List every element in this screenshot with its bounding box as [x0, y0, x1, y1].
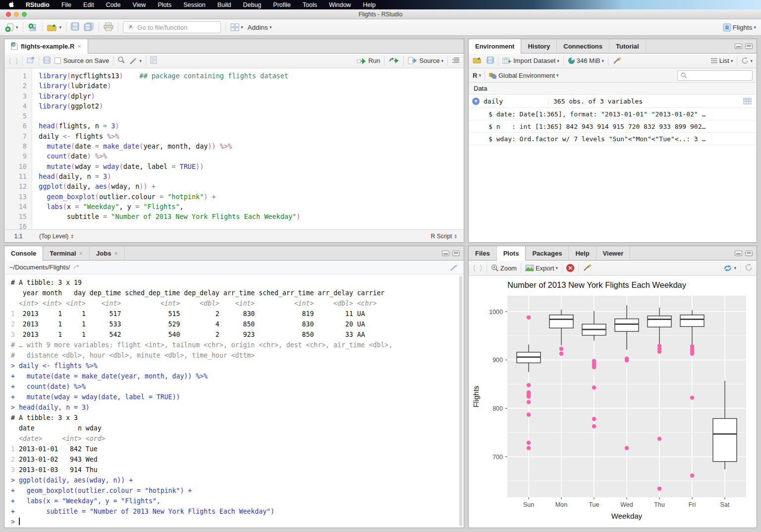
menu-item-tools[interactable]: Tools — [303, 1, 317, 8]
maximize-pane-icon[interactable] — [745, 251, 753, 256]
r-language-selector[interactable]: R ▾ — [473, 72, 481, 79]
source-dropdown-icon[interactable]: ▾ — [441, 58, 443, 63]
menu-item-window[interactable]: Window — [329, 1, 351, 8]
outlier-point — [527, 400, 531, 404]
console-output[interactable]: # A tibble: 3 x 19 year month day dep_ti… — [4, 274, 458, 528]
source-button[interactable]: Source ▾ — [408, 57, 443, 64]
tab-help[interactable]: Help — [569, 246, 596, 260]
apple-menu-icon[interactable] — [8, 1, 14, 8]
zoom-plot-button[interactable]: Zoom — [491, 264, 517, 272]
open-file-button[interactable]: ▾ — [47, 23, 62, 32]
export-dropdown-icon: ▾ — [556, 266, 558, 270]
object-row-daily[interactable]: ▼ daily 365 obs. of 3 variables — [469, 95, 757, 108]
maximize-pane-icon[interactable] — [452, 251, 460, 256]
popout-icon[interactable] — [27, 56, 35, 65]
find-replace-icon[interactable] — [117, 56, 125, 65]
menu-item-plots[interactable]: Plots — [158, 1, 171, 8]
scope-selector[interactable]: (Top Level) ⇕ — [32, 233, 74, 240]
source-on-save-checkbox[interactable] — [54, 57, 61, 64]
expand-object-icon[interactable]: ▼ — [472, 98, 480, 105]
environment-search[interactable] — [677, 70, 753, 81]
previous-plot-icon[interactable]: ⟨ — [473, 264, 476, 272]
environment-toolbar: Import Dataset ▾ 346 MiB ▾ List ▾ ▾ — [469, 53, 757, 68]
tab-viewer[interactable]: Viewer — [597, 246, 631, 260]
clear-all-plots-icon[interactable] — [583, 263, 592, 273]
save-file-icon[interactable] — [43, 56, 51, 65]
minimize-pane-icon[interactable] — [735, 251, 742, 256]
compile-report-icon[interactable] — [150, 56, 157, 65]
tab-files[interactable]: Files — [469, 246, 497, 260]
menu-item-help[interactable]: Help — [363, 1, 376, 8]
source-on-save-toggle[interactable]: Source on Save — [54, 57, 109, 64]
save-workspace-icon[interactable] — [487, 56, 494, 65]
rerun-icon[interactable] — [388, 56, 399, 65]
list-view-button[interactable]: List ▾ — [710, 57, 733, 64]
new-file-button[interactable]: ▾ — [5, 23, 18, 32]
clear-console-icon[interactable] — [450, 264, 459, 271]
tab-flights-example[interactable]: R flights-example.R × — [4, 39, 88, 53]
refresh-plot-icon[interactable] — [745, 264, 753, 273]
console-line: 1 2013 1 1 517 515 2 830 819 11 UA — [11, 309, 458, 319]
menu-item-code[interactable]: Code — [106, 1, 121, 8]
file-type-selector[interactable]: R Script ⇕ — [431, 233, 464, 240]
environment-search-input[interactable] — [689, 72, 748, 79]
goto-file-input[interactable] — [137, 24, 212, 31]
tab-jobs[interactable]: Jobs× — [90, 246, 125, 260]
remove-plot-button[interactable]: ✕ — [566, 264, 574, 272]
close-tab-icon[interactable]: × — [114, 250, 118, 257]
import-dataset-button[interactable]: Import Dataset ▾ — [502, 57, 559, 64]
print-button[interactable] — [104, 22, 113, 33]
menu-item-view[interactable]: View — [133, 1, 146, 8]
console-scrollbar[interactable] — [458, 275, 463, 527]
menu-item-build[interactable]: Build — [217, 1, 231, 8]
open-file-dropdown-icon[interactable]: ▾ — [59, 25, 62, 30]
publish-button[interactable]: ▾ — [723, 265, 736, 272]
memory-usage-button[interactable]: 346 MiB ▾ — [568, 57, 604, 64]
code-editor[interactable]: 12345678910111213141516 library(nycfligh… — [4, 68, 464, 229]
export-plot-button[interactable]: Export ▾ — [525, 265, 558, 272]
run-button[interactable]: Run — [357, 57, 380, 64]
tab-history[interactable]: History — [521, 39, 557, 53]
console-line: + subtitle = "Number of 2013 New York Fl… — [11, 506, 458, 517]
code-tools-button[interactable]: ▾ — [129, 57, 142, 65]
tab-packages[interactable]: Packages — [526, 246, 569, 260]
forward-icon[interactable]: ⟩ — [15, 56, 18, 65]
clear-objects-icon[interactable] — [612, 56, 622, 66]
panes-dropdown-icon[interactable]: ▾ — [241, 25, 243, 30]
addins-button[interactable]: Addins ▾ — [248, 24, 272, 31]
tab-plots[interactable]: Plots — [497, 246, 526, 261]
next-plot-icon[interactable]: ⟩ — [480, 264, 483, 272]
goto-directory-icon[interactable] — [73, 265, 80, 270]
save-all-button[interactable] — [84, 22, 94, 33]
tab-terminal[interactable]: Terminal× — [43, 246, 90, 260]
close-tab-icon[interactable]: × — [79, 250, 83, 257]
menu-item-rstudio[interactable]: RStudio — [26, 1, 50, 8]
view-table-icon[interactable] — [743, 98, 752, 105]
document-outline-icon[interactable] — [452, 57, 460, 65]
tab-console[interactable]: Console — [4, 246, 43, 261]
goto-file-search[interactable] — [123, 21, 221, 33]
menu-item-session[interactable]: Session — [183, 1, 205, 8]
workspace-panes-button[interactable]: ▾ — [230, 23, 243, 31]
refresh-environment-button[interactable]: ▾ — [741, 57, 753, 64]
tab-connections[interactable]: Connections — [557, 39, 609, 53]
menu-item-edit[interactable]: Edit — [83, 1, 94, 8]
tab-tutorial[interactable]: Tutorial — [609, 39, 646, 53]
editor-code[interactable]: library(nycflights13) ## package contain… — [32, 68, 464, 229]
tab-environment[interactable]: Environment — [469, 39, 521, 53]
new-file-dropdown-icon[interactable]: ▾ — [16, 25, 18, 30]
minimize-pane-icon[interactable] — [735, 44, 742, 49]
minimize-pane-icon[interactable] — [442, 251, 449, 256]
save-button[interactable] — [71, 22, 79, 32]
close-tab-icon[interactable]: × — [77, 43, 81, 50]
project-menu-button[interactable]: R Flights ▾ — [723, 23, 756, 32]
maximize-pane-icon[interactable] — [745, 44, 753, 49]
menu-item-debug[interactable]: Debug — [243, 1, 261, 8]
menu-item-profile[interactable]: Profile — [273, 1, 290, 8]
load-workspace-icon[interactable] — [473, 56, 483, 65]
r-file-icon: R — [11, 42, 18, 50]
menu-item-file[interactable]: File — [61, 1, 71, 8]
environment-selector[interactable]: Global Environment ▾ — [489, 72, 559, 79]
new-project-button[interactable]: R — [28, 23, 38, 32]
back-icon[interactable]: ⟨ — [8, 56, 11, 65]
